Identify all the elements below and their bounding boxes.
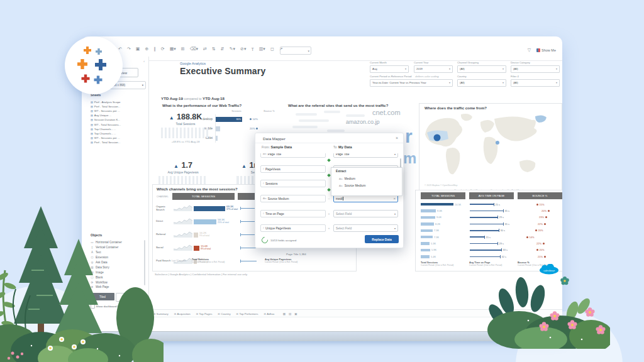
highlight-icon[interactable]: ✎▾ — [230, 47, 235, 52]
sort-ascending-icon[interactable]: ⇅ — [212, 47, 216, 52]
close-icon[interactable]: × — [396, 136, 398, 140]
collapse-pane-icon[interactable]: ‹ — [143, 59, 145, 63]
sheet-tab[interactable]: ⊞ Top Pages — [196, 312, 213, 315]
text-caret — [343, 197, 343, 200]
chevron-down-icon: ▾ — [394, 212, 396, 216]
show-cards-icon[interactable]: ▥▾ — [259, 47, 265, 52]
filter-control[interactable]: Current Month Aug▾ — [370, 61, 409, 73]
toolbar-icons: ↶↷▣⊕∥⟳▦▾⊞⌫▾⇄⇅⇵✎▾⊘▾T▥▾◻↗ — [118, 47, 283, 52]
mapping-row[interactable]: #Unique PageViews + Select Field▾ — [255, 224, 399, 233]
metrics-row[interactable]: 9.3K 35 s 20% — [421, 207, 562, 214]
new-worksheet-icon[interactable]: ▦▾ — [170, 47, 176, 52]
sheet-list-item[interactable]: ▤ Session Duration K... — [91, 118, 121, 122]
wordcloud-faint-word — [324, 111, 340, 113]
field-type-icon: Abc — [263, 197, 267, 200]
sheet-tab[interactable]: ⊞ Country — [218, 312, 230, 315]
filter-period-vs-reference[interactable]: Current Period vs Reference Perioddefine… — [370, 75, 453, 87]
wordcloud-word[interactable]: cnet.com — [372, 109, 401, 116]
world-map[interactable] — [422, 112, 559, 183]
source-field-chip: #Unique PageViews — [260, 224, 326, 232]
metrics-row[interactable]: 9.0K 29 s 23% — [421, 214, 562, 221]
redo-icon[interactable]: ↷ — [127, 47, 131, 52]
filter-control[interactable]: Channel Grouping (All)▾ — [457, 61, 506, 73]
total-sessions-header: TOTAL SESSIONS — [172, 193, 235, 200]
sort-descending-icon[interactable]: ⇵ — [221, 47, 225, 52]
filter-control[interactable]: Current Year 2019▾ — [414, 61, 453, 73]
show-me-button[interactable]: Show Me — [536, 48, 556, 52]
time-line — [470, 211, 503, 212]
metrics-row[interactable]: 7.3K 15 s 14% — [421, 234, 562, 240]
popup-field-option[interactable]: Abc Source Medium — [331, 182, 402, 189]
breadcrumb[interactable]: Google Analytics — [180, 62, 206, 65]
add-data-icon[interactable]: ⊕ — [145, 47, 148, 52]
filter-control[interactable]: Device Category (All)▾ — [511, 61, 560, 73]
time-line-tick — [500, 255, 501, 258]
filter-control[interactable]: Filter 4 (All)▾ — [511, 75, 560, 87]
duplicate-icon[interactable]: ⊞ — [181, 47, 185, 52]
metrics-row[interactable]: 24.5K 25 s 15% — [421, 201, 562, 207]
sheet-list-item[interactable]: ▤ WT - Sessions per ... — [91, 109, 121, 113]
refresh-icon[interactable]: ⟳ — [161, 47, 165, 52]
sheet-list-item[interactable]: ▤ Perf - Analysis Scope — [91, 100, 121, 104]
sessions-bar — [421, 222, 434, 226]
field-type-icon: Abc — [263, 153, 267, 155]
sheet-tab[interactable]: ⊞ Top Performers — [236, 312, 258, 315]
sessions-bar — [421, 229, 433, 233]
metrics-row[interactable]: 5.3K 29 s 22% — [421, 240, 562, 246]
bounce-dot-plot: 20% — [535, 229, 543, 232]
replace-data-button[interactable]: Replace Data — [365, 235, 399, 243]
presentation-mode-icon[interactable]: ◻ — [270, 47, 274, 52]
target-field-select[interactable]: Page Title▾ — [333, 153, 398, 158]
map-panel: Where does the traffic come from? © 2023… — [419, 103, 562, 195]
time-line-tick — [501, 248, 502, 251]
sheet-list-item[interactable]: ▤ Perf - Total Session... — [91, 104, 121, 109]
chevron-down-icon: ▾ — [449, 81, 450, 84]
metrics-row[interactable]: 8.2K 35 s 22% — [421, 221, 562, 227]
sheet-list-item[interactable]: ▤ Top Channels - ... — [91, 131, 121, 136]
channels-question: Which channels bring us the most session… — [157, 187, 238, 191]
sheet-list-item[interactable]: ▤ Avg Unique ... — [91, 113, 121, 118]
new-dashboard-tab-icon[interactable]: ▤ — [289, 312, 291, 315]
sheet-tab[interactable]: ⊞ Acquisition — [174, 312, 191, 315]
sheet-list-item[interactable]: ▤ Perf - Total Session... — [91, 140, 121, 145]
pause-updates-icon[interactable]: ∥ — [153, 47, 156, 52]
swap-axes-icon[interactable]: ⇄ — [203, 47, 207, 52]
tableau-logo-circle — [65, 36, 123, 94]
map-bubble-us[interactable] — [434, 134, 441, 141]
save-icon[interactable]: ▣ — [136, 47, 140, 52]
wordcloud-word[interactable]: amazon.co.jp — [346, 119, 380, 125]
clear-sheet-icon[interactable]: ⌫▾ — [190, 47, 198, 52]
bounce-dot-plot: 20% — [541, 209, 550, 212]
sheet-icon: ▤ — [91, 132, 93, 135]
new-story-tab-icon[interactable]: ▣ — [294, 312, 297, 315]
sheet-list-item[interactable]: ▤ WT - Total Sessions... — [91, 122, 121, 126]
metrics-row[interactable]: 5.4K 32 s 21% — [421, 253, 562, 260]
sheet-list-item[interactable]: ▤ Top Channels - ... — [91, 127, 121, 131]
clear-input-icon[interactable]: × — [393, 197, 396, 200]
sparkline — [174, 243, 194, 254]
filter-control[interactable]: Country (All)▾ — [457, 75, 506, 87]
sheet-icon: ▤ — [91, 118, 93, 121]
target-field-select[interactable]: Select Field▾ — [333, 210, 398, 217]
new-worksheet-tab-icon[interactable]: ▦ — [283, 312, 286, 315]
bounce-dot — [544, 223, 546, 225]
progress-spinner-icon — [260, 236, 269, 244]
target-field-select[interactable]: Select Field▾ — [333, 224, 398, 232]
fit-select[interactable]: ▾ — [280, 47, 311, 55]
filter-funnel-icon[interactable]: ▽ — [528, 48, 531, 53]
sessions-bar — [421, 216, 435, 219]
mapping-row[interactable]: AbcPage Title Page Title▾ — [255, 153, 399, 158]
metrics-row[interactable]: 7.3K 30 s 20% — [421, 228, 562, 234]
show-mark-labels-icon[interactable]: T — [251, 47, 253, 52]
fields-assigned-status: 10/13 fields assigned — [270, 239, 296, 242]
map-bubble-india[interactable] — [496, 141, 499, 145]
sheet-list-item[interactable]: ▤ WT - Sessions per ... — [91, 136, 121, 140]
bounce-dot-plot: 23% — [539, 216, 547, 219]
metrics-row[interactable]: 5.9K 33 s 20% — [421, 247, 562, 253]
mapping-row[interactable]: #Time on Page + Select Field▾ — [255, 210, 399, 218]
group-members-icon[interactable]: ⊘▾ — [240, 47, 246, 52]
popup-group-label: Extract — [336, 170, 346, 173]
popup-field-option[interactable]: Abc Medium — [331, 175, 402, 182]
bounce-dot — [543, 243, 545, 244]
sheet-tab[interactable]: ⊞ Adhoc — [264, 312, 274, 315]
